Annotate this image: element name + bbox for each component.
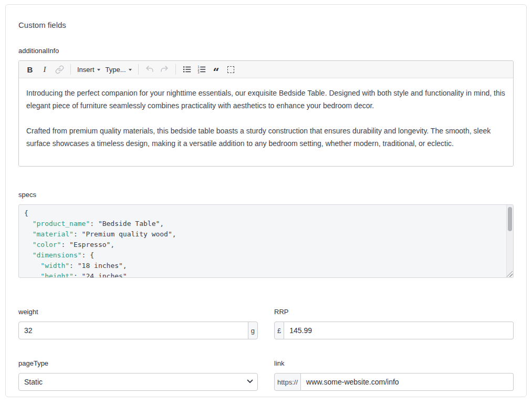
page-type-label: pageType [18, 359, 258, 367]
page-type-select[interactable]: Static [18, 373, 258, 391]
blockquote-icon: “ [213, 65, 220, 75]
row-weight-rrp: weight g RRP £ [18, 308, 514, 339]
rich-text-editor: B I Insert Type... [18, 60, 514, 167]
link-input-group: https:// [274, 373, 514, 391]
rte-paragraph: Crafted from premium quality materials, … [26, 125, 506, 150]
chevron-down-icon [129, 69, 132, 71]
bullet-list-icon [182, 65, 192, 74]
field-additional-info: additionalInfo B I Insert Type... [18, 47, 514, 167]
rte-content-area[interactable]: Introducing the perfect companion for yo… [19, 78, 513, 166]
undo-icon [145, 65, 154, 74]
field-rrp: RRP £ [274, 308, 514, 339]
weight-label: weight [18, 308, 258, 316]
blockquote-button[interactable]: “ [210, 63, 223, 76]
link-protocol-addon: https:// [274, 373, 301, 391]
resize-grip-icon[interactable] [507, 271, 513, 277]
rrp-input[interactable] [284, 322, 514, 339]
weight-input-group: g [18, 322, 258, 339]
type-dropdown[interactable]: Type... [103, 63, 134, 76]
field-link: link https:// [274, 359, 514, 391]
page-type-select-wrap: Static [18, 373, 258, 391]
additional-info-label: additionalInfo [18, 47, 514, 55]
field-page-type: pageType Static [18, 359, 258, 391]
rte-paragraph: Introducing the perfect companion for yo… [26, 87, 506, 112]
show-blocks-button[interactable] [224, 63, 238, 76]
bold-button[interactable]: B [23, 63, 37, 76]
redo-icon [160, 65, 169, 74]
scrollbar-thumb[interactable] [508, 207, 512, 231]
undo-button[interactable] [143, 63, 157, 76]
svg-text:3: 3 [197, 71, 199, 74]
specs-label: specs [18, 191, 514, 199]
vertical-scrollbar[interactable] [506, 205, 513, 277]
weight-input[interactable] [18, 322, 248, 339]
rrp-currency-addon: £ [274, 322, 284, 339]
rrp-input-group: £ [274, 322, 514, 339]
toolbar-separator [138, 64, 139, 75]
toolbar-separator [175, 64, 176, 75]
field-weight: weight g [18, 308, 258, 339]
row-pagetype-link: pageType Static link https:// [18, 359, 514, 391]
field-specs: specs { "product_name": "Bedside Table",… [18, 191, 514, 278]
custom-fields-card: Custom fields additionalInfo B I Insert [5, 4, 527, 397]
insert-dropdown-label: Insert [77, 66, 95, 74]
show-blocks-icon [227, 66, 234, 73]
redo-button[interactable] [158, 63, 171, 76]
specs-code-editor[interactable]: { "product_name": "Bedside Table", "mate… [18, 204, 514, 278]
rrp-label: RRP [274, 308, 514, 316]
link-icon [55, 65, 64, 74]
link-input[interactable] [301, 373, 514, 391]
card-title: Custom fields [18, 20, 514, 29]
numbered-list-button[interactable]: 1 2 3 [195, 63, 208, 76]
numbered-list-icon: 1 2 3 [197, 65, 206, 74]
link-button[interactable] [53, 63, 66, 76]
weight-unit-addon: g [248, 322, 258, 339]
bullet-list-button[interactable] [180, 63, 194, 76]
rte-toolbar: B I Insert Type... [19, 61, 513, 78]
chevron-down-icon [97, 69, 100, 71]
link-label: link [274, 359, 514, 367]
toolbar-separator [70, 64, 71, 75]
insert-dropdown[interactable]: Insert [75, 63, 102, 76]
type-dropdown-label: Type... [106, 66, 126, 74]
specs-code-content[interactable]: { "product_name": "Bedside Table", "mate… [19, 205, 513, 278]
italic-button[interactable]: I [38, 63, 51, 76]
